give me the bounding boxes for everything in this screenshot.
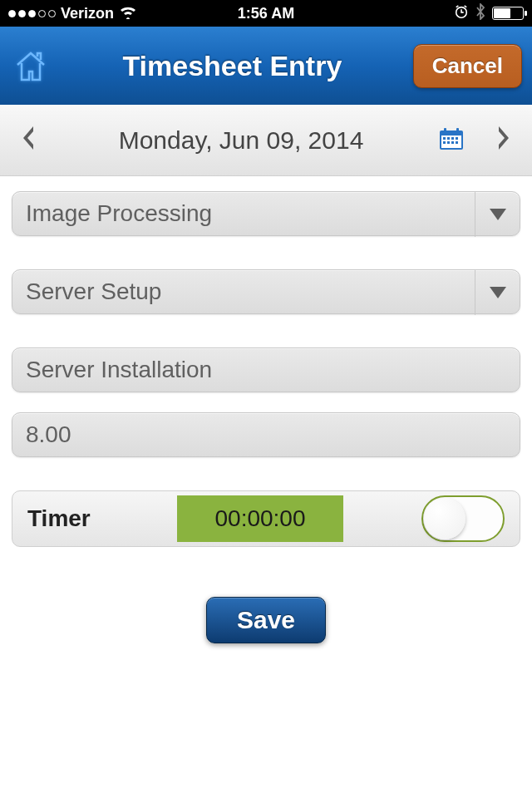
signal-dots (8, 10, 56, 17)
hours-field[interactable]: 8.00 (12, 412, 520, 457)
svg-rect-9 (451, 141, 454, 144)
subtask-field[interactable]: Server Installation (12, 347, 520, 392)
page-title: Timesheet Entry (52, 50, 413, 82)
svg-rect-12 (456, 128, 459, 133)
carrier-label: Verizon (61, 5, 114, 22)
timer-display: 00:00:00 (177, 495, 343, 542)
task-select[interactable]: Server Setup (12, 269, 520, 314)
home-button[interactable] (10, 46, 52, 86)
hours-value: 8.00 (26, 421, 71, 448)
battery-icon (492, 7, 524, 20)
wifi-icon (119, 4, 137, 23)
timer-toggle[interactable] (421, 495, 505, 542)
cancel-button[interactable]: Cancel (413, 44, 522, 88)
svg-rect-10 (456, 141, 458, 144)
next-day-button[interactable] (489, 121, 519, 159)
timer-label: Timer (27, 505, 160, 532)
save-button[interactable]: Save (206, 597, 326, 643)
svg-rect-5 (451, 137, 454, 140)
form-area: Image Processing Server Setup Server Ins… (0, 176, 532, 658)
subtask-value: Server Installation (26, 357, 212, 383)
project-value: Image Processing (26, 200, 212, 227)
svg-rect-11 (444, 128, 446, 133)
timer-row: Timer 00:00:00 (12, 490, 520, 547)
svg-rect-8 (447, 141, 450, 144)
chevron-down-icon (475, 192, 520, 237)
svg-rect-3 (443, 137, 446, 140)
chevron-down-icon (475, 270, 520, 315)
bluetooth-icon (475, 3, 485, 24)
alarm-icon (454, 4, 469, 23)
navbar: Timesheet Entry Cancel (0, 27, 532, 105)
prev-day-button[interactable] (13, 121, 43, 159)
status-bar: Verizon 1:56 AM (0, 0, 532, 27)
task-value: Server Setup (26, 278, 161, 305)
toggle-knob (424, 498, 466, 539)
calendar-button[interactable] (439, 127, 464, 154)
svg-rect-6 (456, 137, 458, 140)
svg-rect-7 (443, 141, 446, 144)
svg-rect-4 (447, 137, 450, 140)
status-time: 1:56 AM (180, 5, 352, 22)
status-right (352, 3, 524, 24)
current-date-label: Monday, Jun 09, 2014 (43, 126, 439, 155)
status-left: Verizon (8, 4, 180, 23)
project-select[interactable]: Image Processing (12, 191, 520, 236)
date-navigation: Monday, Jun 09, 2014 (0, 105, 532, 176)
